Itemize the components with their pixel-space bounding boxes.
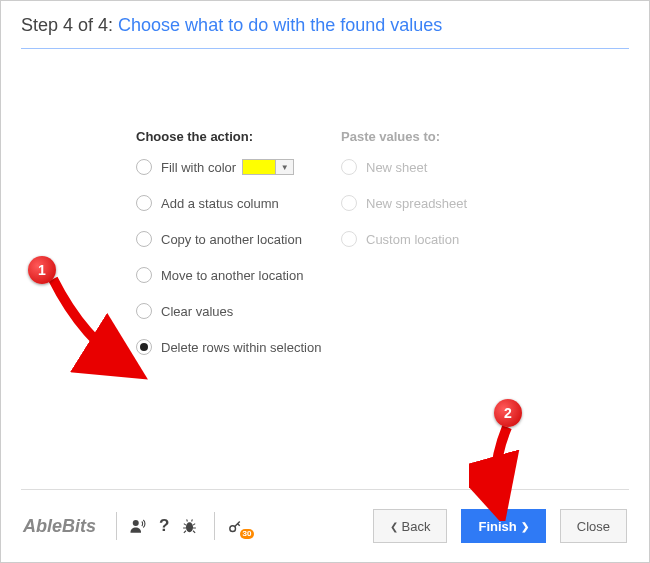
close-button[interactable]: Close — [560, 509, 627, 543]
radio-icon[interactable] — [136, 231, 152, 247]
radio-icon[interactable] — [136, 339, 152, 355]
option-label: Custom location — [366, 232, 459, 247]
chevron-left-icon: ❮ — [390, 521, 398, 532]
option-delete-rows-within-selection[interactable]: Delete rows within selection — [136, 338, 341, 356]
option-move-to-another-location[interactable]: Move to another location — [136, 266, 341, 284]
annotation-callout-2: 2 — [494, 399, 522, 427]
button-label: Back — [402, 519, 431, 534]
footer-bar: AbleBits ? 30 ❮ Back Finish ❯ Close — [1, 490, 649, 562]
option-fill-with-color[interactable]: Fill with color ▼ — [136, 158, 341, 176]
step-title-link[interactable]: Choose what to do with the found values — [118, 15, 442, 35]
paste-values-heading: Paste values to: — [341, 129, 541, 144]
dialog-body: Step 4 of 4: Choose what to do with the … — [1, 1, 649, 374]
choose-action-heading: Choose the action: — [136, 129, 341, 144]
radio-icon[interactable] — [136, 303, 152, 319]
option-label: Add a status column — [161, 196, 279, 211]
radio-icon — [341, 159, 357, 175]
button-label: Close — [577, 519, 610, 534]
color-dropdown-button[interactable]: ▼ — [276, 159, 294, 175]
radio-icon[interactable] — [136, 195, 152, 211]
radio-icon[interactable] — [136, 159, 152, 175]
vertical-divider — [116, 512, 117, 540]
step-heading: Step 4 of 4: Choose what to do with the … — [21, 15, 629, 36]
bug-icon[interactable] — [181, 518, 198, 535]
chevron-right-icon: ❯ — [521, 521, 529, 532]
paste-values-column: Paste values to: New sheet New spreadshe… — [341, 129, 541, 374]
option-label: Move to another location — [161, 268, 303, 283]
license-days-badge: 30 — [240, 529, 255, 539]
button-label: Finish — [478, 519, 516, 534]
color-swatch[interactable] — [242, 159, 276, 175]
radio-icon[interactable] — [136, 267, 152, 283]
license-key-icon[interactable]: 30 — [227, 518, 244, 535]
header-divider — [21, 48, 629, 49]
finish-button[interactable]: Finish ❯ — [461, 509, 545, 543]
option-label: New sheet — [366, 160, 427, 175]
choose-action-column: Choose the action: Fill with color ▼ Add… — [136, 129, 341, 374]
chevron-down-icon: ▼ — [281, 163, 289, 172]
option-new-spreadsheet: New spreadsheet — [341, 194, 541, 212]
vertical-divider — [214, 512, 215, 540]
option-label: Copy to another location — [161, 232, 302, 247]
option-label: New spreadsheet — [366, 196, 467, 211]
user-voice-icon[interactable] — [129, 517, 147, 535]
option-clear-values[interactable]: Clear values — [136, 302, 341, 320]
option-add-status-column[interactable]: Add a status column — [136, 194, 341, 212]
brand-logo[interactable]: AbleBits — [23, 516, 96, 537]
option-custom-location: Custom location — [341, 230, 541, 248]
option-label: Fill with color — [161, 160, 236, 175]
radio-icon — [341, 195, 357, 211]
step-number: Step 4 of 4: — [21, 15, 118, 35]
option-new-sheet: New sheet — [341, 158, 541, 176]
svg-point-1 — [186, 522, 193, 532]
annotation-callout-1: 1 — [28, 256, 56, 284]
help-icon[interactable]: ? — [159, 516, 169, 536]
svg-point-2 — [230, 525, 236, 531]
option-copy-to-another-location[interactable]: Copy to another location — [136, 230, 341, 248]
radio-icon — [341, 231, 357, 247]
option-label: Clear values — [161, 304, 233, 319]
option-label: Delete rows within selection — [161, 340, 321, 355]
svg-point-0 — [133, 520, 139, 526]
back-button[interactable]: ❮ Back — [373, 509, 448, 543]
options-area: Choose the action: Fill with color ▼ Add… — [21, 129, 629, 374]
